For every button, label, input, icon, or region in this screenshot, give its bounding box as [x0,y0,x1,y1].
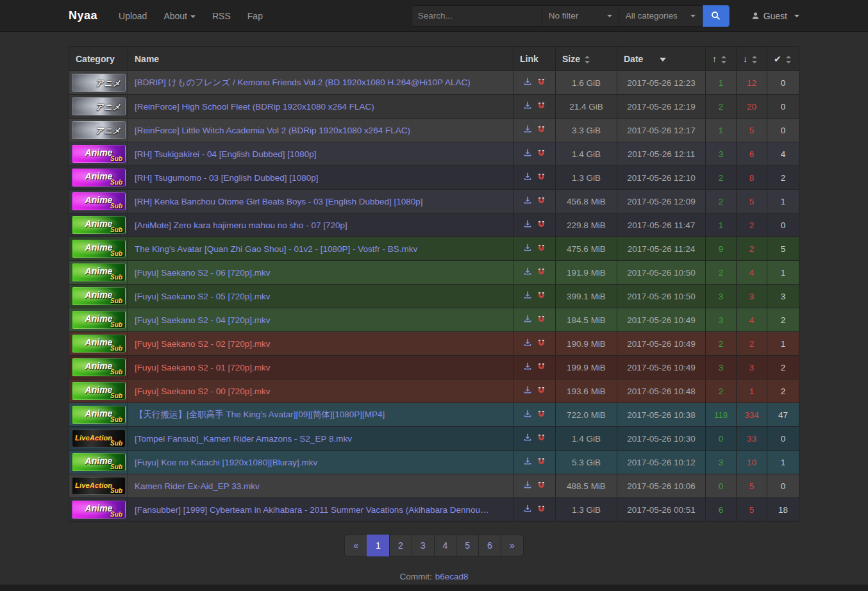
magnet-icon[interactable] [537,244,546,254]
magnet-icon[interactable] [537,386,546,396]
header-completed[interactable]: ✔ [767,47,799,71]
torrent-name-link[interactable]: [Fuyu] Saekano S2 - 06 [720p].mkv [135,268,271,278]
magnet-icon[interactable] [537,220,546,230]
download-icon[interactable] [523,315,532,325]
category-banner-anime-sub-green[interactable]: AnimeSub [72,240,126,258]
category-banner-anime-raw[interactable]: アニメ [72,97,126,115]
download-icon[interactable] [523,196,532,206]
category-banner-anime-sub-green[interactable]: AnimeSub [72,358,126,376]
category-banner-anime-raw[interactable]: アニメ [72,74,126,92]
nav-item-about[interactable]: About [155,0,204,32]
download-icon[interactable] [523,433,532,444]
download-icon[interactable] [523,362,532,372]
download-icon[interactable] [523,172,532,183]
nav-item-upload[interactable]: Upload [110,0,155,32]
pagination-prev[interactable]: « [344,535,367,556]
category-banner-anime-sub-magenta[interactable]: AnimeSub [72,501,126,519]
download-icon[interactable] [523,101,532,112]
torrent-name-link[interactable]: [Fansubber] [1999] Cyberteam in Akihabar… [135,505,489,515]
torrent-name-link[interactable]: [ReinForce] High School Fleet (BDRip 192… [135,102,374,112]
torrent-name-link[interactable]: [RH] Tsukigakirei - 04 [English Dubbed] … [135,149,316,159]
magnet-icon[interactable] [537,125,546,135]
nav-item-rss[interactable]: RSS [204,0,239,32]
magnet-icon[interactable] [537,338,546,349]
torrent-name-link[interactable]: [Fuyu] Saekano S2 - 01 [720p].mkv [135,363,271,372]
pagination-page-6[interactable]: 6 [478,535,501,556]
torrent-name-link[interactable]: [RH] Tsugumomo - 03 [English Dubbed] [10… [135,173,318,183]
download-icon[interactable] [523,338,532,349]
filter-select[interactable]: No filter [542,5,619,27]
category-banner-liveaction-sub[interactable]: LiveActionSub [72,429,126,447]
pagination-next[interactable]: » [501,535,524,556]
magnet-icon[interactable] [537,362,546,372]
magnet-icon[interactable] [537,504,546,515]
torrent-name-link[interactable]: 【天行搬运】[全职高手 The King's Avatar][09][简体][1… [135,410,385,419]
download-icon[interactable] [523,410,532,420]
magnet-icon[interactable] [537,457,546,467]
pagination-page-2[interactable]: 2 [389,535,412,556]
torrent-name-link[interactable]: [Fuyu] Saekano S2 - 05 [720p].mkv [135,292,271,301]
header-leechers[interactable]: ↓ [737,47,767,71]
download-icon[interactable] [523,386,532,396]
commit-link[interactable]: b6ecad8 [435,572,469,581]
download-icon[interactable] [523,481,532,491]
download-icon[interactable] [523,149,532,159]
category-banner-anime-sub-magenta[interactable]: AnimeSub [72,169,126,187]
category-banner-anime-sub-magenta[interactable]: AnimeSub [72,145,126,163]
torrent-name-link[interactable]: [AniMote] Zero kara hajimeru mahou no sh… [135,221,347,230]
category-banner-anime-sub-green[interactable]: AnimeSub [72,311,126,329]
search-button[interactable] [703,5,730,27]
download-icon[interactable] [523,291,532,301]
magnet-icon[interactable] [537,149,546,159]
torrent-name-link[interactable]: [ReinForce] Little Witch Academia Vol 2 … [135,126,410,135]
category-banner-anime-sub-green[interactable]: AnimeSub [72,216,126,234]
torrent-name-link[interactable]: [Fuyu] Saekano S2 - 04 [720p].mkv [135,315,271,325]
download-icon[interactable] [523,504,532,515]
magnet-icon[interactable] [537,410,546,420]
category-banner-anime-sub-green[interactable]: AnimeSub [72,287,126,305]
brand-link[interactable]: Nyaa [69,9,97,22]
user-menu[interactable]: Guest [751,11,799,21]
torrent-name-link[interactable]: Kamen Rider Ex-Aid_EP 33.mkv [135,481,260,491]
pagination-page-3[interactable]: 3 [412,535,435,556]
category-banner-liveaction-sub[interactable]: LiveActionSub [72,477,126,495]
nav-item-fap[interactable]: Fap [239,0,271,32]
search-input[interactable] [411,5,542,27]
category-select[interactable]: All categories [619,5,703,27]
torrent-name-link[interactable]: The King's Avatar [Quan Zhi Gao Shou] - … [135,244,417,254]
pagination-page-4[interactable]: 4 [434,535,457,556]
category-banner-anime-sub-green[interactable]: AnimeSub [72,335,126,353]
magnet-icon[interactable] [537,481,546,491]
torrent-name-link[interactable]: [RH] Kenka Banchou Otome Girl Beats Boys… [135,197,423,206]
category-banner-anime-sub-green[interactable]: AnimeSub [72,382,126,400]
magnet-icon[interactable] [537,267,546,278]
category-banner-anime-raw[interactable]: アニメ [72,121,126,139]
category-banner-anime-sub-magenta[interactable]: AnimeSub [72,192,126,210]
magnet-icon[interactable] [537,172,546,183]
torrent-name-link[interactable]: [Tompel Fansub]_Kamen Rider Amazons - S2… [135,434,352,444]
download-icon[interactable] [523,78,532,88]
pagination-page-5[interactable]: 5 [456,535,479,556]
download-icon[interactable] [523,125,532,135]
magnet-icon[interactable] [537,315,546,325]
magnet-icon[interactable] [537,433,546,444]
category-banner-anime-sub-green[interactable]: AnimeSub [72,263,126,281]
category-banner-anime-sub-green[interactable]: AnimeSub [72,453,126,471]
category-banner-anime-sub-green[interactable]: AnimeSub [72,406,126,424]
torrent-name-link[interactable]: [Fuyu] Saekano S2 - 00 [720p].mkv [135,387,271,396]
header-date[interactable]: Date [617,47,706,71]
magnet-icon[interactable] [537,291,546,301]
torrent-name-link[interactable]: [Fuyu] Koe no Katachi [1920x1080][Bluray… [135,458,317,467]
header-seeders[interactable]: ↑ [706,47,737,71]
download-icon[interactable] [523,220,532,230]
torrent-name-link[interactable]: [BDRIP] けものフレンズ / Kemono Friends Vol.2 (… [135,78,471,87]
magnet-icon[interactable] [537,101,546,112]
magnet-icon[interactable] [537,78,546,88]
download-icon[interactable] [523,244,532,254]
torrent-name-link[interactable]: [Fuyu] Saekano S2 - 02 [720p].mkv [135,339,271,349]
magnet-icon[interactable] [537,196,546,206]
header-size[interactable]: Size [556,47,617,71]
pagination-page-1[interactable]: 1 [367,535,390,556]
download-icon[interactable] [523,267,532,278]
download-icon[interactable] [523,457,532,467]
